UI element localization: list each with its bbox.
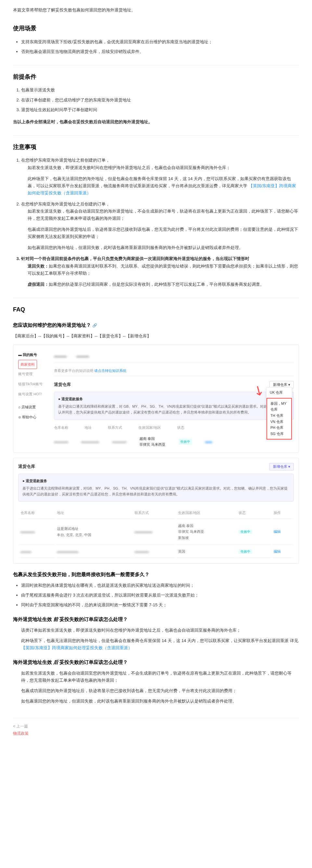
ss-sidebar-item[interactable]: 账号管理	[18, 369, 48, 379]
faq-q4-p1: 如若发生派送失败，包裹会自动退回至您的海外退货地址，不会生成新的订单号，轨迹将在…	[21, 670, 299, 684]
ss-sidebar-help[interactable]: ⊙ 帮助中心	[18, 412, 48, 422]
dropdown-item[interactable]: PH 仓库	[271, 425, 288, 431]
notes-3-fail: 退回失败：如果您在服务商退回派送时联系不到、无法联系、或您提供的退货地址错误，则…	[28, 263, 299, 277]
prereq-item: 在该订单创建前，您已成功维护了您的东南亚海外退货地址	[21, 97, 299, 104]
faq-q3-p2: 此种场景下，包裹无法退回您的海外地址，但是包裹会在服务商仓库里保留 14 天，这…	[21, 637, 299, 651]
notes-list: 在您维护东南亚海外退货地址之前创建的订单， 如若发生派送失败，即便派送失败时间在…	[21, 157, 299, 288]
section-prereq-title: 前提条件	[13, 65, 299, 82]
list-item: 由于尾程派送服务商会进行 3 次左右的派送尝试，所以退回时效需要从最后一次派送失…	[21, 592, 299, 599]
ss-tabs: ▬▬▬▬▬▬	[54, 350, 294, 363]
th: 状态	[237, 507, 271, 519]
faq-q2: 包裹从发生妥投失败开始，到您最终接收到包裹一般需要多久？	[13, 570, 299, 579]
faq-q4-p3: 如包裹退回您的海外地址，但退回失败，此时该包裹将重新退回到服务商的海外仓并被默认…	[21, 698, 299, 705]
ss-table-header: 仓库名称 地址 联系方式 生效国家/地区 状态	[54, 425, 294, 431]
link-icon[interactable]: 🔗	[92, 323, 97, 328]
prev-label[interactable]: < 上一篇	[13, 723, 299, 730]
intro-text: 本篇文章将帮助您了解妥投失败包裹如何退回您的海外退货地址。	[13, 6, 299, 14]
dropdown-item[interactable]: VN 仓库	[271, 419, 288, 425]
usage-list: 支持东南亚跨境场景下拒收/妥投失败的包裹，会优先退回至商家在后台维护的东南亚当地…	[21, 38, 299, 55]
faq-q4: 海外退货地址生效 后 妥投失败的订单应该怎么处理？	[13, 658, 299, 666]
status-badge: 生效中	[239, 530, 252, 534]
warehouse-table: 仓库名称 地址 联系方式 生效国家/地区 状态 操作 ▬▬▬▬ 这是测试地址丰台…	[18, 506, 294, 559]
faq-q4-p2: 包裹成功退回您的海外退货地址后，轨迹将显示您已接收到该包裹，您无需为此付费，平台…	[21, 687, 299, 694]
ss-sidebar-item[interactable]: 链接TikTok账号	[18, 379, 48, 389]
th: 生效国家/地区	[177, 507, 236, 519]
list-item: 同时由于东南亚国家地域的不同，总的来说退回时效一般情况下需要 7-15 天；	[21, 601, 299, 609]
prev-title[interactable]: 物流政策	[13, 730, 299, 737]
dropdown-item[interactable]: 泰国，MY 仓库	[271, 401, 288, 412]
prereq-item: 包裹显示派送失败	[21, 87, 299, 94]
notes-item-1: 在您维护东南亚海外退货地址之前创建的订单， 如若发生派送失败，即便派送失败时间在…	[21, 157, 299, 196]
new-warehouse-button[interactable]: 新增仓库 ▾	[270, 463, 294, 470]
th: 地址	[55, 507, 132, 519]
warehouse-dropdown: UK 仓库 泰国，MY 仓库 TH 仓库 VN 仓库 PH 仓库 SG 仓库	[266, 387, 292, 440]
notes-3-fake: 虚假退回：如果您的轨迹显示已经退回商家，但是您实际没有收到，此种情形下您可以发起…	[28, 281, 299, 288]
th: 联系方式	[133, 507, 176, 519]
notes-1-p1: 如若发生派送失败，即便派送失败时间在您维护海外退货地址之后，包裹也会自动退回至服…	[28, 164, 299, 171]
prereq-summary: 当以上条件全部满足时，包裹会在妥投失败后自动退回您的海外退货地址。	[13, 118, 299, 125]
edit-link[interactable]: 编辑	[274, 530, 281, 533]
status-badge: 生效中	[179, 439, 192, 445]
ss-section-title: 退货仓库	[54, 381, 71, 388]
faq-q1-path: 【商家后台】--【我的账号】--【商家资料】--【退货仓库】--【新增仓库】	[13, 333, 299, 340]
faq-q3: 海外退货地址生效 前 妥投失败的订单应该怎么处理？	[13, 615, 299, 623]
th: 操作	[272, 507, 293, 519]
section-faq-title: FAQ	[13, 298, 299, 315]
screenshot-1: ▬ 我的账号 商家资料 账号管理 链接TikTok账号 账号设置 HOT! ⌂ …	[13, 345, 299, 453]
notes-2-p3: 如包裹退回您的海外地址，但退回失败，此时该包裹将重新退回到服务商的海外仓并被默认…	[28, 244, 299, 251]
list-item: 退回时效和您的具体退货地址在哪有关，也就是派送失败后的买家地址送达商家地址的时间…	[21, 582, 299, 589]
faq-q3-link[interactable]: 【英国/东南亚】跨境商家如何处理妥投失败（含退回重派）	[21, 645, 132, 650]
notes-item-2: 在您维护东南亚海外退货地址之后创建的订单， 如若发生派送失败，包裹会自动退回至您…	[21, 200, 299, 252]
ss-notice-body: 基于进出口通关流程障碍和商家设置，对 GB、MY、PH、SG、TH、VN跨境卖家…	[58, 403, 289, 415]
ss2-notice-title: ● 退货退款服务	[23, 478, 289, 484]
table-row: ▬▬▬▬ 这是测试地址丰台, 北京, 北京, 中国 ▬▬▬▬▬ 越南 泰国菲律宾…	[19, 520, 293, 545]
ss-sidebar-item[interactable]: 账号设置 HOT!	[18, 389, 48, 399]
ss-search-hint: 查看更多平台的知识说明 请点击转往知识系统	[54, 366, 294, 376]
faq-q1: 您应该如何维护您的海外退货地址？🔗	[13, 321, 299, 329]
ss-search-link[interactable]: 请点击转往知识系统	[94, 369, 126, 373]
table-row: ▬▬▬ ▬▬▬▬▬▬ ▬▬▬▬ 英国 生效中 编辑	[19, 545, 293, 558]
faq-q2-list: 退回时效和您的具体退货地址在哪有关，也就是派送失败后的买家地址送达商家地址的时间…	[21, 582, 299, 609]
notes-2-p1: 如若发生派送失败，包裹会自动退回至您的海外退货地址，不会生成新的订单号，轨迹将在…	[28, 208, 299, 222]
ss-sidebar-active[interactable]: 商家资料	[18, 360, 37, 369]
th: 仓库名称	[19, 507, 55, 519]
usage-item: 否则包裹会退回至当地物流商的退货仓库，后续安排销毁或弃件。	[21, 48, 299, 55]
screenshot-2: 退货仓库 新增仓库 ▾ ● 退货退款服务 基于进出口通关流程障碍和商家设置，对G…	[13, 458, 299, 564]
dropdown-item[interactable]: UK 仓库	[267, 388, 292, 398]
prereq-list: 包裹显示派送失败 在该订单创建前，您已成功维护了您的东南亚海外退货地址 退货地址…	[21, 87, 299, 113]
prereq-item: 退货地址生效起始时间早于订单创建时间	[21, 106, 299, 114]
ss-sidebar-shop[interactable]: ⌂ 店铺设置	[18, 402, 48, 412]
dropdown-item[interactable]: TH 仓库	[271, 412, 288, 419]
status-badge: 生效中	[239, 550, 252, 554]
usage-item: 支持东南亚跨境场景下拒收/妥投失败的包裹，会优先退回至商家在后台维护的东南亚当地…	[21, 38, 299, 45]
notes-1-p2: 此种场景下，包裹无法退回您的海外地址，但是包裹会在服务商仓库里保留 14 天，这…	[28, 175, 299, 197]
section-notes-title: 注意事项	[13, 135, 299, 152]
faq-q3-p1: 该类订单如若发生派送失败，即便派送失败时间在您维护海外退货地址之后，包裹也会自动…	[21, 627, 299, 634]
ss-sidebar-header[interactable]: ▬ 我的账号	[18, 350, 48, 360]
section-usage-title: 使用场景	[13, 23, 299, 33]
notes-2-p2: 包裹成功退回您的海外退货地址后，轨迹将显示您已接收到该包裹，您无需为此付费，平台…	[28, 226, 299, 240]
notes-item-3: 针对同一个符合退回前提条件的包裹，平台只负责免费为商家提供一次退回到商家海外退货…	[21, 255, 299, 288]
dropdown-item[interactable]: SG 仓库	[271, 431, 288, 437]
edit-link[interactable]: 编辑	[274, 550, 281, 553]
ss2-title: 退货仓库	[18, 463, 35, 470]
ss2-notice-body: 基于进出口通关流程障碍和商家设置，对GB、MY、PH、SG、TH、VN跨境卖家我…	[23, 485, 289, 497]
ss2-notice: ● 退货退款服务 基于进出口通关流程障碍和商家设置，对GB、MY、PH、SG、T…	[18, 474, 294, 502]
footer-nav: < 上一篇 物流政策	[13, 718, 299, 737]
